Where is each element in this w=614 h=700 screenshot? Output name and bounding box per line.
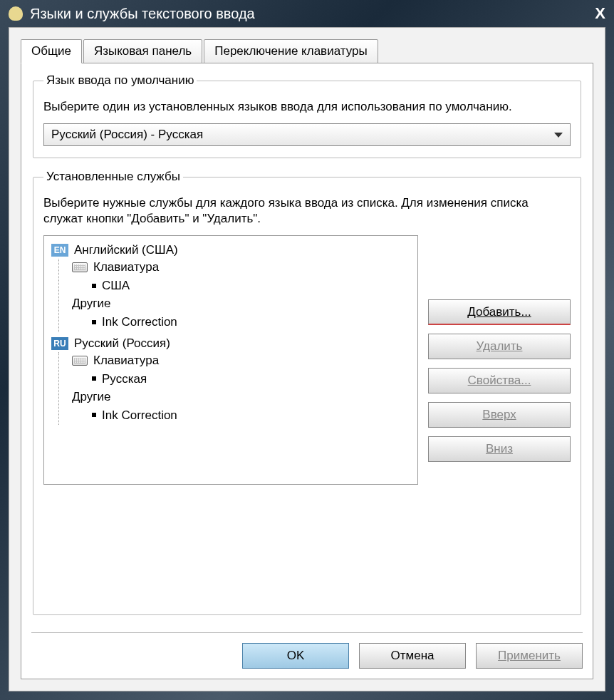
- tree-item-en-ink[interactable]: Ink Correction: [72, 312, 410, 331]
- titlebar: Языки и службы текстового ввода X: [0, 0, 614, 27]
- services-tree[interactable]: EN Английский (США) Клавиатура: [43, 235, 418, 485]
- tab-general[interactable]: Общие: [21, 39, 82, 63]
- tree-group-other-ru[interactable]: Другие: [72, 388, 410, 406]
- dialog-body: Общие Языковая панель Переключение клави…: [9, 27, 605, 691]
- bullet-icon: [92, 413, 96, 417]
- tab-switch-keyboard[interactable]: Переключение клавиатуры: [204, 39, 378, 63]
- bullet-icon: [92, 320, 96, 324]
- tree-lang-en[interactable]: EN Английский (США) Клавиатура: [51, 242, 410, 331]
- tree-group-other-en[interactable]: Другие: [72, 295, 410, 312]
- installed-services-group: Установленные службы Выберите нужные слу…: [33, 170, 581, 615]
- dialog-button-bar: OK Отмена Применить: [31, 632, 583, 669]
- apply-button[interactable]: Применить: [476, 643, 583, 669]
- installed-services-legend: Установленные службы: [43, 170, 183, 184]
- cancel-button[interactable]: Отмена: [359, 643, 466, 669]
- window-title: Языки и службы текстового ввода: [30, 6, 595, 22]
- move-up-button[interactable]: Вверх: [428, 402, 571, 428]
- tree-item-en-us[interactable]: США: [72, 276, 410, 295]
- tree-group-keyboard-ru[interactable]: Клавиатура: [72, 352, 410, 369]
- tab-general-body: Язык ввода по умолчанию Выберите один из…: [21, 63, 593, 679]
- add-button[interactable]: Добавить...: [428, 299, 571, 325]
- lang-badge-en: EN: [51, 244, 68, 257]
- default-language-selected: Русский (Россия) - Русская: [51, 128, 554, 142]
- window-frame: Языки и службы текстового ввода X Общие …: [0, 0, 614, 700]
- lang-badge-ru: RU: [51, 337, 68, 350]
- tab-strip: Общие Языковая панель Переключение клави…: [21, 39, 593, 63]
- default-language-group: Язык ввода по умолчанию Выберите один из…: [33, 73, 581, 158]
- bullet-icon: [92, 376, 96, 381]
- tree-lang-ru[interactable]: RU Русский (Россия) Клавиатура: [51, 335, 410, 425]
- tree-group-keyboard-en[interactable]: Клавиатура: [72, 259, 410, 276]
- lang-name-ru: Русский (Россия): [74, 336, 170, 351]
- properties-button[interactable]: Свойства...: [428, 368, 571, 393]
- tree-item-ru-russian[interactable]: Русская: [72, 369, 410, 388]
- remove-button[interactable]: Удалить: [428, 334, 571, 359]
- close-icon[interactable]: X: [595, 4, 605, 23]
- keyboard-icon: [72, 262, 88, 272]
- lang-name-en: Английский (США): [74, 243, 178, 257]
- move-down-button[interactable]: Вниз: [428, 436, 571, 462]
- services-row: EN Английский (США) Клавиатура: [43, 235, 571, 485]
- ok-button[interactable]: OK: [242, 643, 349, 669]
- tree-item-ru-ink[interactable]: Ink Correction: [72, 406, 410, 425]
- default-language-help: Выберите один из установленных языков вв…: [43, 99, 571, 115]
- services-side-buttons: Добавить... Удалить Свойства... Вверх Вн…: [428, 235, 571, 485]
- installed-services-help: Выберите нужные службы для каждого языка…: [43, 195, 571, 227]
- default-language-legend: Язык ввода по умолчанию: [43, 73, 197, 88]
- app-icon: [9, 6, 23, 21]
- default-language-dropdown[interactable]: Русский (Россия) - Русская: [43, 123, 571, 146]
- tab-language-bar[interactable]: Языковая панель: [83, 39, 202, 63]
- chevron-down-icon: [554, 133, 563, 138]
- bullet-icon: [92, 284, 96, 288]
- keyboard-icon: [72, 356, 88, 366]
